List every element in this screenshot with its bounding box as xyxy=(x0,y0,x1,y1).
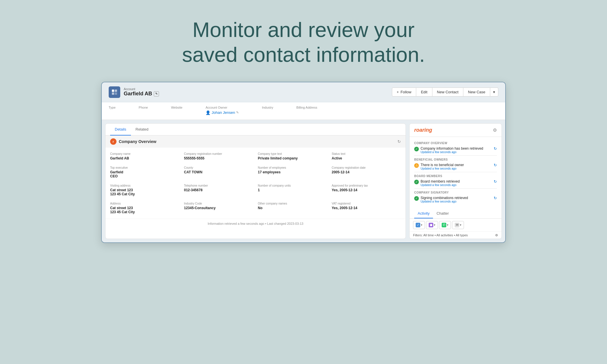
cell-status: Status text Active xyxy=(332,152,401,160)
cell-reg-number: Company registration number 555555-5555 xyxy=(184,152,253,160)
status-board-members: ✓ Board members retrieved Updated a few … xyxy=(414,179,497,187)
cell-telephone: Telephone number 012-345678 xyxy=(184,184,253,196)
field-industry: Industry xyxy=(262,106,273,115)
footer-info: Information retrieved a few seconds ago … xyxy=(106,219,406,228)
status-sections: COMPANY OVERVIEW ✓ Company information h… xyxy=(410,137,501,207)
chevron-down-icon: ▾ xyxy=(493,90,495,94)
tab-related[interactable]: Related xyxy=(131,124,153,135)
field-billing-label: Billing Address xyxy=(296,106,317,109)
event-button[interactable]: ◼ ▾ xyxy=(426,221,438,229)
status-signatory: ✓ Signing combinations retrieved Updated… xyxy=(414,196,497,203)
header-buttons: + Follow Edit New Contact New Case ▾ xyxy=(392,88,498,96)
new-contact-button[interactable]: New Contact xyxy=(432,88,463,96)
task-dropdown-icon: ▾ xyxy=(421,223,422,226)
field-phone-label: Phone xyxy=(139,106,148,109)
settings-icon[interactable]: ⚙ xyxy=(493,127,497,133)
beneficial-refresh-icon[interactable]: ↻ xyxy=(494,163,497,167)
field-industry-label: Industry xyxy=(262,106,273,109)
section-board-members-title: BOARD MEMBERS xyxy=(414,174,497,178)
svg-rect-0 xyxy=(112,90,114,92)
cell-county: County CAT TOWN xyxy=(184,166,253,178)
svg-rect-2 xyxy=(112,92,114,95)
divider3 xyxy=(414,188,497,189)
status-company-overview: ✓ Company information has been retrieved… xyxy=(414,146,497,154)
field-type: Type xyxy=(109,106,116,115)
divider2 xyxy=(414,172,497,172)
account-label: Account xyxy=(124,87,159,91)
main-content: Details Related r Company Overview ↻ Com… xyxy=(102,120,505,242)
call-button[interactable]: ✆ ▾ xyxy=(439,221,451,229)
task-button[interactable]: ✓ ▾ xyxy=(413,221,425,229)
dropdown-button[interactable]: ▾ xyxy=(490,88,498,96)
tab-details[interactable]: Details xyxy=(110,124,131,135)
hero-line1: Monitor and review your xyxy=(193,18,414,41)
section-signatory-title: COMPANY SIGNATORY xyxy=(414,191,497,194)
filters-bar: Filters: All time • All activities • All… xyxy=(410,231,501,239)
account-details: Account Garfield AB ✎ xyxy=(124,87,159,97)
section-title: r Company Overview xyxy=(110,138,156,145)
account-icon xyxy=(109,86,120,98)
field-phone: Phone xyxy=(139,106,148,115)
header-bar: Account Garfield AB ✎ + Follow Edit New … xyxy=(102,82,505,102)
roaring-section-icon: r xyxy=(110,138,116,145)
section-company-overview-title: COMPANY OVERVIEW xyxy=(414,142,497,145)
field-website-label: Website xyxy=(171,106,183,109)
tabs: Details Related xyxy=(106,124,406,135)
board-refresh-icon[interactable]: ↻ xyxy=(494,179,497,184)
hero-line2: saved contact information. xyxy=(182,43,425,66)
data-grid: Company name Garfield AB Company registr… xyxy=(106,148,406,219)
field-owner-value[interactable]: 👤 Johan Jensen ✎ xyxy=(206,110,239,115)
email-dropdown-icon: ▾ xyxy=(460,223,461,226)
section-refresh-icon[interactable]: ↻ xyxy=(397,139,401,144)
status-warning-icon: ⚠ xyxy=(414,163,419,168)
overview-refresh-icon[interactable]: ↻ xyxy=(494,146,497,151)
account-info: Account Garfield AB ✎ xyxy=(109,86,159,98)
cell-vat: VAT registered Yes, 2005-12-14 xyxy=(332,202,401,214)
status-beneficial-owners: ⚠ There is no beneficial owner Updated a… xyxy=(414,163,497,170)
field-row: Type Phone Website Account Owner 👤 Johan… xyxy=(102,102,505,120)
new-case-button[interactable]: New Case xyxy=(463,88,490,96)
account-name: Garfield AB ✎ xyxy=(124,91,159,97)
status-signatory-icon: ✓ xyxy=(414,196,419,201)
cell-industry-code: Industry Code 12345-Consultancy xyxy=(184,202,253,214)
cell-employees: Number of employees 17 employees xyxy=(258,166,327,178)
cell-company-type: Company type text Private limited compan… xyxy=(258,152,327,160)
svg-rect-1 xyxy=(115,90,117,92)
task-icon: ✓ xyxy=(416,223,420,227)
field-owner-label: Account Owner xyxy=(206,106,239,109)
left-panel: Details Related r Company Overview ↻ Com… xyxy=(105,123,406,239)
cell-visiting-address: Visiting address Cat street 123123 45 Ca… xyxy=(110,184,179,196)
right-panel-header: roaring ⚙ xyxy=(410,124,501,137)
field-account-owner: Account Owner 👤 Johan Jensen ✎ xyxy=(206,106,239,115)
section-beneficial-owners-title: BENEFICIAL OWNERS xyxy=(414,158,497,161)
cell-company-units: Number of company units 1 xyxy=(258,184,327,196)
app-window: Account Garfield AB ✎ + Follow Edit New … xyxy=(101,82,506,243)
cell-prelim-tax: Approved for preliminary tax Yes, 2005-1… xyxy=(332,184,401,196)
cell-reg-date: Company registration date 2005-12-14 xyxy=(332,166,401,178)
field-type-label: Type xyxy=(109,106,116,109)
activity-tabs: Activity Chatter xyxy=(410,209,501,219)
owner-edit-icon: ✎ xyxy=(236,111,239,114)
email-button[interactable]: ✉ ▾ xyxy=(452,221,464,229)
email-icon: ✉ xyxy=(455,223,459,227)
status-success-icon: ✓ xyxy=(414,147,419,151)
roaring-logo: roaring xyxy=(414,127,432,133)
activity-buttons: ✓ ▾ ◼ ▾ ✆ ▾ ✉ ▾ xyxy=(410,219,501,231)
filters-settings-icon[interactable]: ⚙ xyxy=(495,233,498,237)
section-header: r Company Overview ↻ xyxy=(106,135,406,148)
edit-button[interactable]: Edit xyxy=(416,88,432,96)
cell-address: Address Cat street 123123 45 Cat City xyxy=(110,202,179,214)
plus-icon: + xyxy=(397,90,399,94)
tab-chatter[interactable]: Chatter xyxy=(433,209,452,218)
divider1 xyxy=(414,155,497,156)
signatory-refresh-icon[interactable]: ↻ xyxy=(494,196,497,200)
account-edit-icon[interactable]: ✎ xyxy=(154,91,159,96)
event-dropdown-icon: ▾ xyxy=(434,223,435,226)
status-board-icon: ✓ xyxy=(414,180,419,184)
owner-avatar-icon: 👤 xyxy=(206,110,210,115)
follow-button[interactable]: + Follow xyxy=(392,88,417,96)
cell-company-name: Company name Garfield AB xyxy=(110,152,179,160)
tab-activity[interactable]: Activity xyxy=(414,209,433,218)
event-icon: ◼ xyxy=(429,223,433,227)
field-website: Website xyxy=(171,106,183,115)
